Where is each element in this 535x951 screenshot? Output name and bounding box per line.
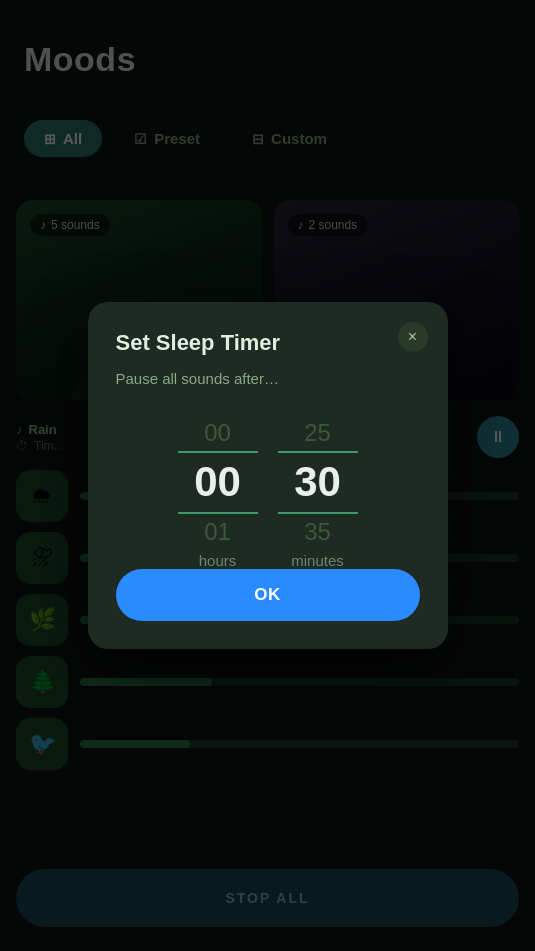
hours-above: 00 (204, 415, 231, 451)
close-icon: × (408, 328, 417, 346)
hours-current[interactable]: 00 (178, 451, 258, 513)
ok-button[interactable]: OK (116, 569, 420, 621)
minutes-unit: minutes (291, 552, 344, 569)
minutes-column[interactable]: 25 30 35 minutes (278, 415, 358, 568)
hours-column[interactable]: 00 00 01 hours (178, 415, 258, 568)
ok-label: OK (254, 585, 281, 605)
time-picker: 00 00 01 hours 25 30 35 minutes (116, 415, 420, 568)
minutes-current[interactable]: 30 (278, 451, 358, 513)
hours-unit: hours (199, 552, 237, 569)
minutes-above: 25 (304, 415, 331, 451)
modal-subtitle: Pause all sounds after… (116, 370, 420, 387)
minutes-below: 35 (304, 514, 331, 550)
modal-overlay: Set Sleep Timer Pause all sounds after… … (0, 0, 535, 951)
modal-title: Set Sleep Timer (116, 330, 420, 356)
hours-below: 01 (204, 514, 231, 550)
close-button[interactable]: × (398, 322, 428, 352)
sleep-timer-modal: Set Sleep Timer Pause all sounds after… … (88, 302, 448, 648)
